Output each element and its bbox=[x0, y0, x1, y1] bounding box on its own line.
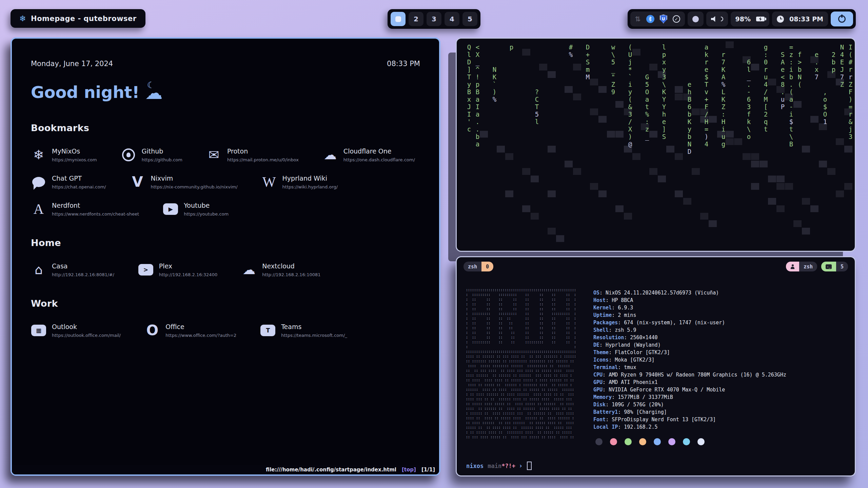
bookmark-item[interactable]: VNixvimhttps://nix-community.github.io/n… bbox=[130, 175, 237, 189]
matrix-char: g bbox=[719, 140, 728, 148]
matrix-char: a bbox=[473, 110, 482, 118]
workspace-button-1[interactable] bbox=[391, 12, 406, 26]
cloud-icon: ☁ bbox=[322, 148, 338, 161]
network-icon[interactable]: ⇅ bbox=[635, 15, 641, 23]
fetch-info-row: Uptime: 2 mins bbox=[593, 311, 786, 319]
matrix-trail-square bbox=[497, 146, 505, 152]
check-circle-icon[interactable]: ✓ bbox=[673, 15, 680, 23]
office-icon: O bbox=[144, 323, 160, 338]
bookmark-item[interactable]: ⌂Casahttp://192.168.2.16:8081/#/ bbox=[31, 262, 114, 277]
power-button[interactable] bbox=[831, 12, 853, 26]
bookmark-item[interactable]: Chat GPThttps://chat.openai.com/ bbox=[31, 175, 106, 189]
workspace-button-2[interactable]: 2 bbox=[409, 12, 423, 26]
matrix-char: T bbox=[465, 73, 473, 81]
matrix-char: _ bbox=[473, 58, 482, 66]
bookmark-item[interactable]: ☁Nextcloudhttp://192.168.2.16:10081 bbox=[241, 262, 320, 277]
matrix-char: r bbox=[719, 51, 728, 58]
workspace-button-5[interactable]: 5 bbox=[462, 12, 477, 26]
moon-cloud-icon: ☾☁ bbox=[145, 83, 164, 101]
section-title: Bookmarks bbox=[31, 123, 420, 133]
qutebrowser-statusbar: file:///home/hadi/.config/startpage/inde… bbox=[12, 465, 439, 474]
bookmark-item[interactable]: ANerdfonthttps://www.nerdfonts.com/cheat… bbox=[31, 202, 139, 217]
matrix-char: c bbox=[465, 125, 473, 133]
matrix-trail-square bbox=[598, 86, 607, 93]
matrix-char: ) bbox=[626, 133, 634, 140]
recorder-group[interactable] bbox=[688, 12, 704, 26]
bookmark-item[interactable]: ▶Youtubehttps://youtube.com bbox=[163, 202, 229, 217]
matrix-char: 7 bbox=[838, 73, 846, 81]
matrix-char: h bbox=[685, 88, 694, 96]
matrix-trail-square bbox=[700, 213, 708, 220]
fetch-info-row: Kernel: 6.9.3 bbox=[593, 304, 786, 311]
palette-dot bbox=[639, 438, 646, 445]
section-work: Work▦Outlookhttps://outlook.office.com/m… bbox=[31, 298, 420, 338]
matrix-trail-square bbox=[615, 101, 624, 108]
bookmark-url: https://teams.microsoft.com/_ bbox=[281, 333, 347, 338]
palette-dot bbox=[595, 438, 603, 445]
bookmark-item[interactable]: WHyprland Wikihttps://wiki.hyprland.org/ bbox=[261, 175, 338, 189]
workspace-button-3[interactable]: 3 bbox=[427, 12, 441, 26]
matrix-trail-square bbox=[565, 86, 573, 93]
matrix-trail-square bbox=[734, 138, 742, 145]
greeting-text: Good night! bbox=[31, 83, 139, 102]
bluetooth-icon[interactable] bbox=[646, 15, 654, 23]
volume-group[interactable] bbox=[706, 12, 728, 26]
matrix-char: q bbox=[762, 118, 770, 125]
fetch-info-row: Host: HP 8BCA bbox=[593, 297, 786, 304]
bookmark-item[interactable]: TTeamshttps://teams.microsoft.com/_ bbox=[260, 323, 347, 338]
matrix-char: C bbox=[533, 96, 541, 103]
bookmark-item[interactable]: ▦Outlookhttps://outlook.office.com/mail/ bbox=[31, 323, 121, 338]
tray-time: 08:33 PM bbox=[789, 15, 823, 23]
shell-prompt[interactable]: nixosmain*?!+› bbox=[466, 462, 532, 470]
matrix-char: ) bbox=[846, 96, 855, 103]
bookmark-name: Youtube bbox=[184, 202, 229, 209]
matrix-char: M bbox=[584, 73, 592, 81]
vpn-shield-icon[interactable]: U bbox=[660, 15, 667, 23]
matrix-char: 3 bbox=[846, 133, 855, 140]
bookmark-url: https://github.com bbox=[142, 157, 182, 162]
bookmark-item[interactable]: ❄MyNixOshttps://mynixos.com bbox=[31, 147, 97, 162]
matrix-char: P bbox=[778, 103, 787, 110]
fetch-info-row: Battery1: 98% [Charging] bbox=[593, 408, 786, 416]
matrix-char: ^ bbox=[473, 66, 482, 73]
speaker-icon bbox=[711, 16, 717, 22]
tmux-session-pill[interactable]: zsh 0 bbox=[463, 262, 493, 271]
bookmark-item[interactable]: ✉Protonhttps://mail.proton.me/u/0/inbox bbox=[206, 147, 299, 162]
bookmark-item[interactable]: ☁Cloudflare Onehttps://one.dash.cloudfla… bbox=[322, 147, 415, 162]
matrix-char: e bbox=[660, 118, 668, 125]
matrix-trail-square bbox=[810, 116, 818, 123]
matrix-trail-square bbox=[598, 190, 607, 197]
bookmark-item[interactable]: Githubhttps://github.com bbox=[121, 147, 182, 162]
matrix-char: p bbox=[507, 43, 516, 51]
matrix-char: T bbox=[702, 81, 711, 88]
tray-icons-group: ⇅ U ✓ bbox=[630, 12, 685, 26]
matrix-char: G bbox=[643, 73, 651, 81]
matrix-char: K bbox=[719, 96, 728, 103]
bookmark-item[interactable]: >Plexhttp://192.168.2.16:32400 bbox=[138, 262, 217, 277]
prompt-symbol: › bbox=[519, 462, 522, 469]
fetch-info-row: Shell: zsh 5.9 bbox=[593, 326, 786, 334]
matrix-trail-square bbox=[675, 94, 683, 100]
matrix-trail-square bbox=[531, 213, 539, 220]
tmux-terminal-window[interactable]: zsh 0 zsh›_5 :::::::::::::::::::::::::::… bbox=[456, 256, 856, 476]
bookmark-url: https://youtube.com bbox=[184, 211, 229, 217]
matrix-char: k bbox=[702, 51, 711, 58]
matrix-char: S bbox=[660, 133, 668, 140]
matrix-char: = bbox=[702, 125, 711, 133]
matrix-char: & bbox=[846, 118, 855, 125]
matrix-char: 3 bbox=[745, 103, 753, 110]
fastfetch-info: OS: NixOS 24.11.20240612.57d6973 (Vicuña… bbox=[593, 288, 786, 431]
bookmark-item[interactable]: OOfficehttps://www.office.com/?auth=2 bbox=[144, 323, 236, 338]
tmux-status-label: zsh bbox=[799, 262, 817, 271]
matrix-terminal-window[interactable]: QlD]TyBxJI'c<X_^!pBaIa..baNK`)%p?CT5l#%D… bbox=[456, 38, 856, 252]
matrix-trail-square bbox=[802, 146, 810, 152]
workspace-button-4[interactable]: 4 bbox=[445, 12, 459, 26]
matrix-rain: QlD]TyBxJI'c<X_^!pBaIa..baNK`)%p?CT5l#%D… bbox=[457, 39, 855, 251]
bookmark-name: Nixvim bbox=[151, 175, 237, 182]
bookmark-grid: ❄MyNixOshttps://mynixos.comGithubhttps:/… bbox=[31, 147, 420, 217]
matrix-char: x bbox=[660, 58, 668, 66]
matrix-trail-square bbox=[785, 183, 793, 190]
clock-icon bbox=[777, 16, 784, 23]
tmux-status-pill[interactable]: zsh bbox=[786, 262, 817, 271]
tmux-status-pill[interactable]: ›_5 bbox=[821, 262, 848, 271]
